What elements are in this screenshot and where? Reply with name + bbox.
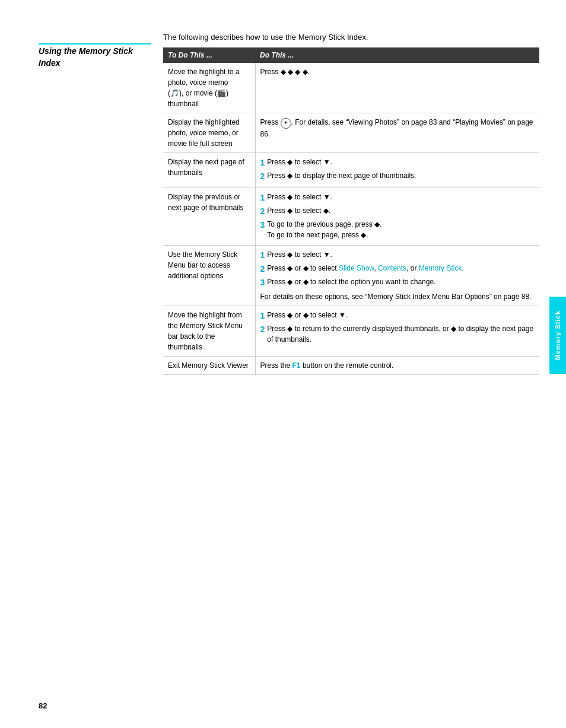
table-row: Display the previous or next page of thu… [163,188,539,246]
table-cell-dothis: 1Press ◆ to select ▼. 2Press ◆ or ◆ to s… [255,246,539,306]
table-cell-dothis: Press +. For details, see “Viewing Photo… [255,113,539,153]
table-row: Display the next page of thumbnails 1Pre… [163,153,539,188]
section-title-text: Using the Memory Stick Index [39,46,133,68]
table-row: Move the highlight from the Memory Stick… [163,306,539,357]
main-area: The following describes how to use the M… [163,33,539,375]
col-header-dothis: Do This ... [255,47,539,63]
table-cell-dothis: Press the F1 button on the remote contro… [255,357,539,375]
table-row: Move the highlight to a photo, voice mem… [163,63,539,113]
col-header-todo: To Do This ... [163,47,255,63]
section-rule [39,43,151,44]
table-row: Exit Memory Stick ViewerPress the F1 but… [163,357,539,375]
table-cell-dothis: 1Press ◆ to select ▼. 2Press ◆ to select… [255,188,539,246]
intro-text: The following describes how to use the M… [163,33,539,42]
instructions-table: To Do This ... Do This ... Move the high… [163,47,539,375]
side-tab-label: Memory Stick [554,310,561,360]
table-cell-todo: Display the next page of thumbnails [163,153,255,188]
table-row: Display the highlighted photo, voice mem… [163,113,539,153]
table-cell-dothis: 1Press ◆ to select ▼. 2Press ◆ to displa… [255,153,539,188]
table-cell-todo: Move the highlight from the Memory Stick… [163,306,255,357]
table-cell-dothis: Press ◆ ◆ ◆ ◆. [255,63,539,113]
section-title: Using the Memory Stick Index [39,46,151,69]
table-cell-todo: Display the previous or next page of thu… [163,188,255,246]
table-cell-todo: Exit Memory Stick Viewer [163,357,255,375]
table-cell-dothis: 1Press ◆ or ◆ to select ▼. 2Press ◆ to r… [255,306,539,357]
page-number: 82 [39,701,47,710]
table-cell-todo: Display the highlighted photo, voice mem… [163,113,255,153]
table-cell-todo: Move the highlight to a photo, voice mem… [163,63,255,113]
table-header-row: To Do This ... Do This ... [163,47,539,63]
side-tab-container: Memory Stick [549,297,566,374]
table-row: Use the Memory Stick Menu bar to access … [163,246,539,306]
table-cell-todo: Use the Memory Stick Menu bar to access … [163,246,255,306]
